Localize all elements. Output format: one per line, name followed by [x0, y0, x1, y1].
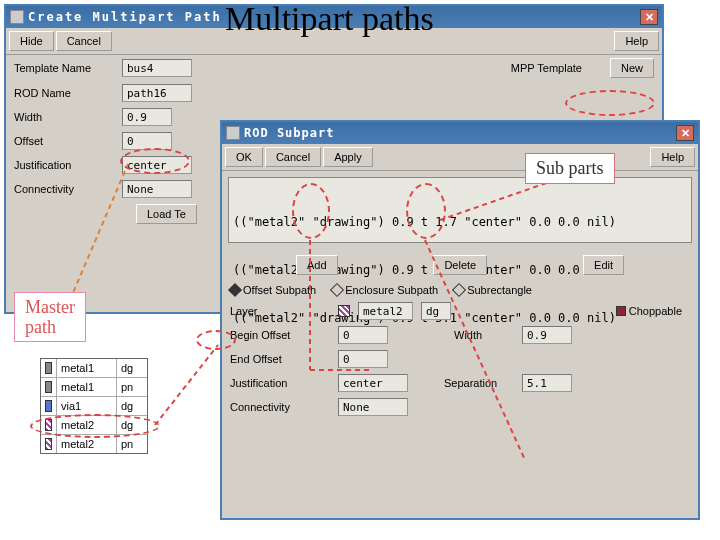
layer-table: metal1 dg metal1 pn via1 dg metal2 dg me…: [40, 358, 148, 454]
offset-subpath-radio[interactable]: Offset Subpath: [230, 284, 316, 296]
help-button[interactable]: Help: [650, 147, 695, 167]
close-icon[interactable]: ✕: [640, 9, 658, 25]
table-row[interactable]: metal1 dg: [41, 359, 147, 378]
width-label: Width: [454, 329, 514, 341]
enclosure-subpath-radio[interactable]: Enclosure Subpath: [332, 284, 438, 296]
offset-input[interactable]: [122, 132, 172, 150]
svg-line-5: [155, 345, 218, 425]
new-button[interactable]: New: [610, 58, 654, 78]
layer-swatch: [45, 438, 52, 450]
app-icon: [10, 10, 24, 24]
layer-swatch: [45, 400, 52, 412]
justification-label: Justification: [14, 159, 114, 171]
layer-swatch: [45, 381, 52, 393]
app-icon: [226, 126, 240, 140]
choppable-toggle[interactable]: Choppable: [616, 305, 682, 317]
end-offset-input[interactable]: [338, 350, 388, 368]
close-icon[interactable]: ✕: [676, 125, 694, 141]
layer-purpose-input[interactable]: [421, 302, 451, 320]
layer-swatch: [45, 419, 52, 431]
layer-input[interactable]: [358, 302, 413, 320]
annotation-title: Multipart paths: [225, 0, 434, 38]
rod-name-label: ROD Name: [14, 87, 114, 99]
load-template-button[interactable]: Load Te: [136, 204, 197, 224]
layer-swatch: [45, 362, 52, 374]
mpp-template-label: MPP Template: [511, 62, 582, 74]
justification-input[interactable]: [122, 156, 192, 174]
table-row[interactable]: metal2 pn: [41, 435, 147, 453]
subpart-connectivity-input[interactable]: [338, 398, 408, 416]
subpart-list[interactable]: (("metal2" "drawing") 0.9 t 1.7 "center"…: [228, 177, 692, 243]
ok-button[interactable]: OK: [225, 147, 263, 167]
table-row[interactable]: metal2 dg: [41, 416, 147, 435]
subpart-justification-label: Justification: [230, 377, 330, 389]
begin-offset-label: Begin Offset: [230, 329, 330, 341]
table-row[interactable]: metal1 pn: [41, 378, 147, 397]
apply-button[interactable]: Apply: [323, 147, 373, 167]
template-name-input[interactable]: [122, 59, 192, 77]
annotation-subparts: Sub parts: [525, 153, 615, 184]
end-offset-label: End Offset: [230, 353, 330, 365]
cancel-button[interactable]: Cancel: [265, 147, 321, 167]
separation-input[interactable]: [522, 374, 572, 392]
begin-offset-input[interactable]: [338, 326, 388, 344]
layer-swatch: [338, 305, 350, 317]
edit-button[interactable]: Edit: [583, 255, 624, 275]
window-title: Create Multipart Path: [28, 10, 222, 24]
rod-name-input[interactable]: [122, 84, 192, 102]
add-button[interactable]: Add: [296, 255, 338, 275]
connectivity-input[interactable]: [122, 180, 192, 198]
layer-label: Layer: [230, 305, 330, 317]
subpart-connectivity-label: Connectivity: [230, 401, 330, 413]
width-input[interactable]: [122, 108, 172, 126]
window-title: ROD Subpart: [244, 126, 334, 140]
cancel-button[interactable]: Cancel: [56, 31, 112, 51]
table-row[interactable]: via1 dg: [41, 397, 147, 416]
annotation-masterpath: Masterpath: [14, 292, 86, 342]
offset-label: Offset: [14, 135, 114, 147]
help-button[interactable]: Help: [614, 31, 659, 51]
subpart-justification-input[interactable]: [338, 374, 408, 392]
template-name-label: Template Name: [14, 62, 114, 74]
subpart-width-input[interactable]: [522, 326, 572, 344]
subrectangle-radio[interactable]: Subrectangle: [454, 284, 532, 296]
titlebar[interactable]: ROD Subpart ✕: [222, 122, 698, 144]
delete-button[interactable]: Delete: [433, 255, 487, 275]
rod-subpart-window: ROD Subpart ✕ OK Cancel Apply Help (("me…: [220, 120, 700, 520]
hide-button[interactable]: Hide: [9, 31, 54, 51]
toolbar: OK Cancel Apply Help: [222, 144, 698, 171]
connectivity-label: Connectivity: [14, 183, 114, 195]
separation-label: Separation: [444, 377, 514, 389]
list-item[interactable]: (("metal2" "drawing") 0.9 t 1.7 "center"…: [233, 214, 687, 230]
width-label: Width: [14, 111, 114, 123]
